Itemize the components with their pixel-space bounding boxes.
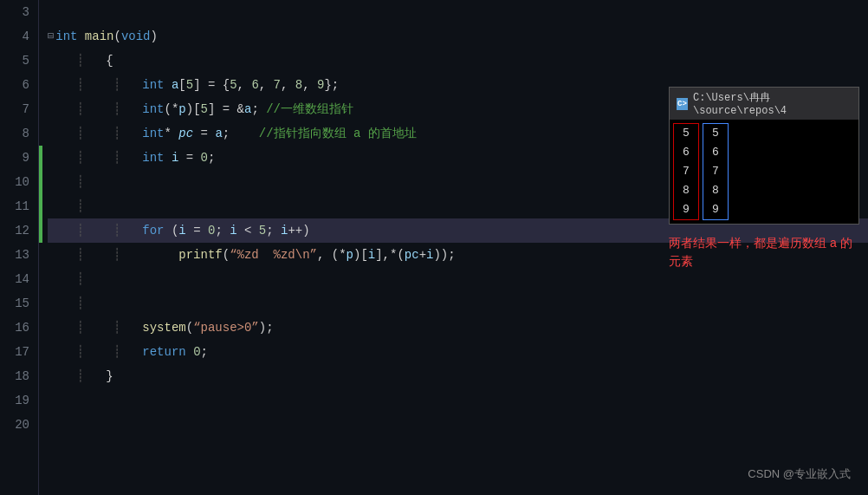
code-line-16: ┊ ┊ system ( “pause>0” ); [48,316,868,340]
line-num-11: 11 [0,194,38,218]
code-line-19 [48,388,868,413]
watermark: CSDN @专业嵌入式 [748,466,851,482]
code-line-18: ┊ } [48,364,868,388]
line-num-4: 4 [0,24,38,49]
terminal-left-col: 5 6 7 8 9 [673,123,699,220]
line-num-20: 20 [0,413,38,437]
terminal-body: 5 6 7 8 9 5 6 7 8 9 [670,120,858,224]
line-num-7: 7 [0,97,38,121]
line-num-3: 3 [0,0,38,24]
annotation-text: 两者结果一样，都是遍历数组 a 的元素 [669,236,852,268]
cell-r-5: 9 [703,200,728,219]
cell-r-4: 8 [703,181,728,200]
green-marker [39,146,42,243]
terminal-title: C:\Users\冉冉\source\repos\4 [693,90,852,117]
code-line-17: ┊ ┊ return 0 ; [48,340,868,364]
cell-l-1: 5 [674,124,698,143]
fn-main: main [85,24,114,49]
line-num-13: 13 [0,243,38,267]
line-num-14: 14 [0,267,38,291]
cell-l-5: 9 [674,200,698,219]
line-num-16: 16 [0,316,38,340]
line-num-8: 8 [0,121,38,146]
annotation-box: 两者结果一样，都是遍历数组 a 的元素 [669,234,859,270]
line-num-5: 5 [0,49,38,73]
line-num-6: 6 [0,73,38,97]
code-line-14: ┊ [48,267,868,291]
terminal-titlebar: C> C:\Users\冉冉\source\repos\4 [670,88,858,120]
watermark-text: CSDN @专业嵌入式 [748,467,851,480]
line-num-12: 12 [0,218,38,243]
line-num-10: 10 [0,170,38,194]
code-line-5: ┊ { [48,49,868,73]
terminal-right-col: 5 6 7 8 9 [703,123,729,220]
cell-l-3: 7 [674,162,698,181]
cell-l-2: 6 [674,143,698,162]
line-num-15: 15 [0,291,38,316]
cell-r-2: 6 [703,143,728,162]
code-line-3 [48,0,868,24]
code-line-4: ⊟ int main ( void ) [48,24,868,49]
code-line-20 [48,413,868,437]
line-num-17: 17 [0,340,38,364]
cell-r-3: 7 [703,162,728,181]
collapse-icon-4[interactable]: ⊟ [48,24,54,49]
cell-r-1: 5 [703,124,728,143]
var-pc: pc [178,121,193,146]
line-num-18: 18 [0,364,38,388]
line-numbers: 3 4 5 6 7 8 9 10 11 12 13 14 15 16 17 18… [0,0,39,495]
code-line-15: ┊ [48,291,868,316]
kw-int-main: int [55,24,77,49]
line-num-19: 19 [0,388,38,413]
terminal-app-icon: C> [677,98,688,110]
terminal-popup: C> C:\Users\冉冉\source\repos\4 5 6 7 8 9 … [669,87,859,225]
cell-l-4: 8 [674,181,698,200]
line-num-9: 9 [0,146,38,170]
